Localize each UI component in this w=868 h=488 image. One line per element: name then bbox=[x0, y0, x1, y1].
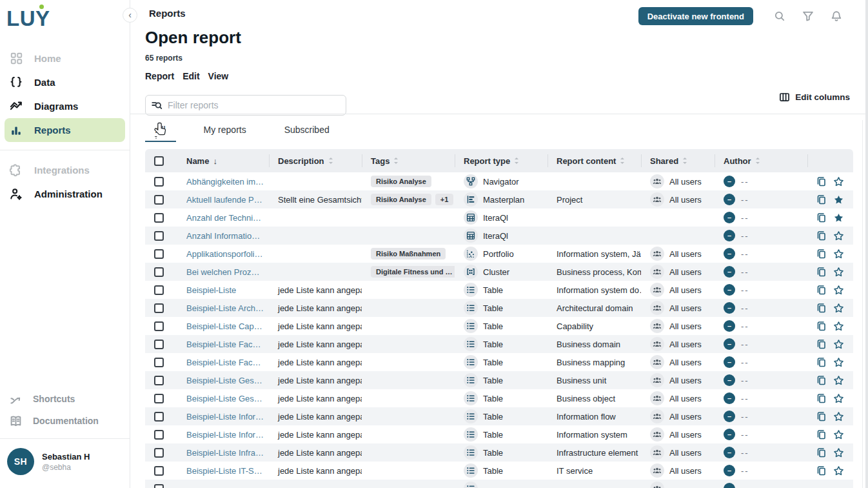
favorite-star-icon[interactable] bbox=[833, 176, 844, 187]
tab-all[interactable]: All bbox=[145, 121, 176, 142]
user-menu[interactable]: SH Sebastian H @sebha bbox=[0, 438, 130, 485]
report-name-link[interactable]: Beispiel-Liste bbox=[186, 285, 236, 295]
favorite-star-icon[interactable] bbox=[833, 393, 844, 404]
table-row[interactable]: Beispiel-Liste Informati… jede Liste kan… bbox=[145, 407, 853, 425]
filter-reports-input[interactable] bbox=[145, 95, 346, 116]
filter-funnel-icon[interactable] bbox=[802, 10, 814, 22]
duplicate-report-icon[interactable] bbox=[816, 303, 827, 314]
column-header-name[interactable]: Name ↓ bbox=[177, 149, 269, 172]
edit-columns-button[interactable]: Edit columns bbox=[779, 92, 850, 103]
row-checkbox[interactable] bbox=[154, 430, 164, 440]
report-name-link[interactable]: Beispiel-Liste Infrastru… bbox=[186, 448, 264, 458]
search-icon[interactable] bbox=[774, 10, 785, 22]
column-header-description[interactable]: Description bbox=[269, 149, 362, 172]
row-checkbox[interactable] bbox=[154, 213, 164, 223]
sidebar-item-shortcuts[interactable]: Shortcuts bbox=[0, 388, 130, 410]
select-all-checkbox[interactable] bbox=[154, 156, 164, 166]
report-name-link[interactable]: Bei welchen Prozessen… bbox=[186, 267, 264, 277]
column-header-tags[interactable]: Tags bbox=[362, 149, 455, 172]
row-checkbox[interactable] bbox=[154, 303, 164, 313]
row-checkbox[interactable] bbox=[154, 321, 164, 331]
duplicate-report-icon[interactable] bbox=[816, 375, 827, 386]
favorite-star-icon[interactable] bbox=[833, 303, 844, 314]
report-name-link[interactable]: Beispiel-Liste Architekt… bbox=[186, 303, 264, 313]
row-checkbox[interactable] bbox=[154, 195, 164, 205]
page-scrollbar[interactable] bbox=[865, 0, 868, 488]
favorite-star-icon[interactable] bbox=[833, 212, 844, 223]
tab-subscribed[interactable]: Subscribed bbox=[274, 121, 340, 142]
table-row[interactable]: Anzahl Informationssy… IteraQl – -- bbox=[145, 227, 853, 245]
row-checkbox[interactable] bbox=[154, 231, 164, 241]
favorite-star-icon[interactable] bbox=[833, 375, 844, 386]
favorite-star-icon[interactable] bbox=[833, 339, 844, 350]
table-row[interactable]: Abhängigkeiten im Kon… Risiko Analyse Na… bbox=[145, 172, 853, 190]
menu-view[interactable]: View bbox=[208, 71, 229, 81]
duplicate-report-icon[interactable] bbox=[816, 285, 827, 296]
deactivate-new-frontend-button[interactable]: Deactivate new frontend bbox=[638, 7, 753, 25]
table-row[interactable]: Beispiel-Liste IT-Servic… jede Liste kan… bbox=[145, 462, 853, 480]
sidebar-collapse-button[interactable]: ‹ bbox=[123, 8, 137, 23]
table-row[interactable]: Beispiel-Liste Fachlich… jede Liste kann… bbox=[145, 335, 853, 353]
report-name-link[interactable]: Abhängigkeiten im Kon… bbox=[186, 177, 264, 187]
duplicate-report-icon[interactable] bbox=[816, 212, 827, 223]
notifications-bell-icon[interactable] bbox=[831, 10, 842, 22]
favorite-star-icon[interactable] bbox=[833, 230, 844, 241]
duplicate-report-icon[interactable] bbox=[816, 429, 827, 440]
duplicate-report-icon[interactable] bbox=[816, 447, 827, 458]
column-header-shared[interactable]: Shared bbox=[641, 149, 715, 172]
menu-report[interactable]: Report bbox=[145, 71, 174, 81]
favorite-star-icon[interactable] bbox=[833, 194, 844, 205]
report-name-link[interactable]: Aktuell laufende Projek… bbox=[186, 195, 264, 205]
table-row[interactable]: Beispiel-Liste Capability jede Liste kan… bbox=[145, 317, 853, 335]
sidebar-item-administration[interactable]: Administration bbox=[5, 182, 125, 206]
table-row[interactable]: Anzahl der Technische… IteraQl – -- bbox=[145, 208, 853, 227]
duplicate-report-icon[interactable] bbox=[816, 194, 827, 205]
report-name-link[interactable]: Anzahl Informationssy… bbox=[186, 231, 264, 241]
favorite-star-icon[interactable] bbox=[833, 411, 844, 422]
report-name-link[interactable]: Applikationsporfolio Ü… bbox=[186, 249, 264, 259]
report-name-link[interactable]: Beispiel-Liste Informati… bbox=[186, 430, 264, 440]
table-row[interactable]: Bei welchen Prozessen… Digitale Fitness … bbox=[145, 263, 853, 281]
duplicate-report-icon[interactable] bbox=[816, 176, 827, 187]
favorite-star-icon[interactable] bbox=[833, 357, 844, 368]
column-header-report-content[interactable]: Report content bbox=[547, 149, 641, 172]
report-name-link[interactable]: Beispiel-Liste Geschäft… bbox=[186, 394, 264, 403]
duplicate-report-icon[interactable] bbox=[816, 230, 827, 241]
favorite-star-icon[interactable] bbox=[833, 429, 844, 440]
row-checkbox[interactable] bbox=[154, 177, 164, 187]
table-row[interactable]: Beispiel-Liste Architekt… jede Liste kan… bbox=[145, 299, 853, 317]
favorite-star-icon[interactable] bbox=[833, 465, 844, 476]
favorite-star-icon[interactable] bbox=[833, 447, 844, 458]
favorite-star-icon[interactable] bbox=[833, 267, 844, 278]
row-checkbox[interactable] bbox=[154, 285, 164, 295]
duplicate-report-icon[interactable] bbox=[816, 393, 827, 404]
sidebar-item-data[interactable]: Data bbox=[5, 70, 125, 94]
report-name-link[interactable]: Beispiel-Liste Capability bbox=[186, 321, 264, 331]
favorite-star-icon[interactable] bbox=[833, 249, 844, 259]
table-row[interactable]: Beispiel-Liste Fachlich… jede Liste kann… bbox=[145, 353, 853, 371]
sidebar-item-documentation[interactable]: Documentation bbox=[0, 410, 130, 432]
row-checkbox[interactable] bbox=[154, 358, 164, 367]
table-row[interactable]: Aktuell laufende Projek… Stellt eine Ges… bbox=[145, 190, 853, 208]
duplicate-report-icon[interactable] bbox=[816, 465, 827, 476]
report-name-link[interactable]: Beispiel-Liste Informati… bbox=[186, 412, 264, 422]
duplicate-report-icon[interactable] bbox=[816, 267, 827, 278]
sidebar-item-reports[interactable]: Reports bbox=[5, 118, 125, 142]
row-checkbox[interactable] bbox=[154, 448, 164, 458]
report-name-link[interactable]: Beispiel-Liste IT-Servic… bbox=[186, 466, 264, 476]
row-checkbox[interactable] bbox=[154, 394, 164, 403]
table-row[interactable]: Applikationsporfolio Ü… Risiko Maßnahmen… bbox=[145, 245, 853, 263]
report-name-link[interactable]: Anzahl der Technische… bbox=[186, 213, 264, 223]
duplicate-report-icon[interactable] bbox=[816, 357, 827, 368]
luy-logo[interactable]: LUY bbox=[0, 0, 130, 31]
column-header-author[interactable]: Author bbox=[715, 149, 807, 172]
table-row[interactable]: Beispiel-Liste jede Liste kann angepa… T… bbox=[145, 281, 853, 299]
duplicate-report-icon[interactable] bbox=[816, 411, 827, 422]
sidebar-item-diagrams[interactable]: Diagrams bbox=[5, 94, 125, 118]
table-row[interactable]: Beispiel-Liste Informati… jede Liste kan… bbox=[145, 425, 853, 443]
report-name-link[interactable]: Beispiel-Liste Fachlich… bbox=[186, 358, 264, 367]
duplicate-report-icon[interactable] bbox=[816, 249, 827, 259]
favorite-star-icon[interactable] bbox=[833, 285, 844, 296]
tab-my-reports[interactable]: My reports bbox=[193, 121, 257, 142]
table-row[interactable]: – bbox=[145, 480, 853, 488]
